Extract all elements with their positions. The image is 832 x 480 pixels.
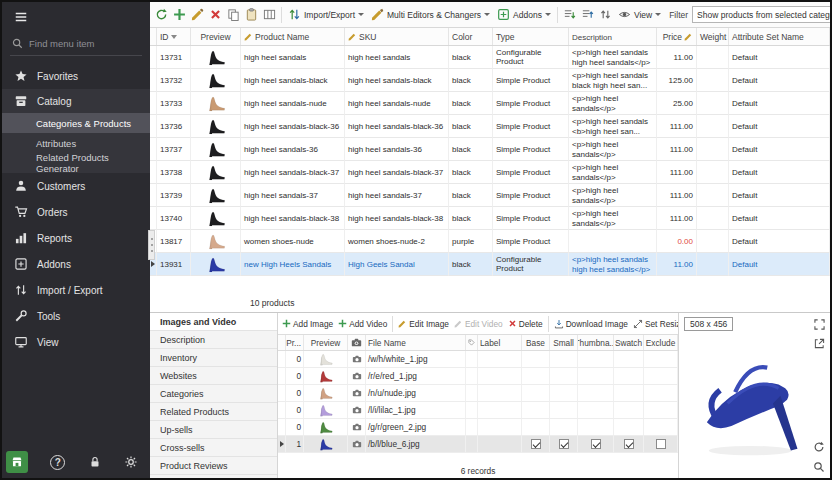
column-header-tag[interactable] (466, 335, 478, 350)
sidebar-item-categories-products[interactable]: Categories & Products (2, 113, 150, 133)
sidebar-item-reports[interactable]: Reports (2, 225, 150, 251)
panel-splitter-handle[interactable] (148, 230, 155, 260)
table-row[interactable]: 13817 women shoes-nude women shoes-nude-… (150, 230, 830, 253)
sidebar-item-catalog[interactable]: Catalog (2, 89, 150, 113)
copy-button[interactable] (225, 6, 242, 24)
sidebar-search[interactable] (10, 32, 142, 56)
preview-zoom-button[interactable] (812, 460, 826, 474)
column-header-price[interactable]: Price (657, 28, 697, 45)
column-header-id[interactable]: ID (157, 28, 191, 45)
sidebar-item-favorites[interactable]: Favorites (2, 63, 150, 89)
sidebar-item-view[interactable]: View (2, 329, 150, 355)
edit-image-button[interactable]: Edit Image (396, 318, 451, 330)
column-label: Thumbna... (578, 338, 614, 348)
column-header-swatch[interactable]: Swatch (614, 335, 644, 350)
tab-related-products[interactable]: Related Products (150, 403, 277, 421)
tab-product-reviews[interactable]: Product Reviews (150, 457, 277, 475)
column-header-product-name[interactable]: Product Name (241, 28, 345, 45)
column-header-preview[interactable]: Preview (191, 28, 241, 45)
lock-icon[interactable] (88, 455, 102, 469)
image-row[interactable]: 0 /n/u/nude.jpg (278, 385, 678, 402)
tab-inventory[interactable]: Inventory (150, 349, 277, 367)
bar-chart-icon (14, 231, 28, 245)
download-image-button[interactable]: Download Image (552, 318, 630, 330)
tab-categories[interactable]: Categories (150, 385, 277, 403)
sort-button[interactable] (597, 6, 614, 24)
columns-button[interactable] (261, 6, 278, 24)
edit-product-button[interactable] (189, 6, 206, 24)
table-row-selected[interactable]: 13931 new High Heels Sandals High Geels … (150, 253, 830, 276)
preview-refresh-button[interactable] (812, 440, 826, 454)
column-header-file-name[interactable]: File Name (366, 335, 466, 350)
image-row[interactable]: 0 /l/i/lilac_1.jpg (278, 402, 678, 419)
filter-select[interactable]: Show products from selected categories (692, 6, 830, 23)
table-row[interactable]: 13740 high heel sandals-black-38 high he… (150, 207, 830, 230)
sidebar-item-attributes[interactable]: Attributes (2, 133, 150, 153)
sidebar-item-tools[interactable]: Tools (2, 303, 150, 329)
image-row[interactable]: 0 /r/e/red_1.jpg (278, 368, 678, 385)
multi-editors-menu-button[interactable]: Multi Editors & Changers (368, 6, 493, 23)
table-row[interactable]: 13732 high heel sandals-black high heel … (150, 69, 830, 92)
column-header-priority[interactable]: Pr... (286, 335, 304, 350)
small-checkbox[interactable] (559, 439, 569, 449)
table-row[interactable]: 13738 high heel sandals-black-37 high he… (150, 161, 830, 184)
store-button[interactable] (6, 451, 28, 473)
table-row[interactable]: 13736 high heel sandals-black-36 high he… (150, 115, 830, 138)
sidebar-item-orders[interactable]: Orders (2, 199, 150, 225)
sidebar-item-customers[interactable]: Customers (2, 173, 150, 199)
sidebar-item-import-export[interactable]: Import / Export (2, 277, 150, 303)
open-external-button[interactable] (812, 336, 826, 350)
delete-product-button[interactable] (207, 6, 224, 24)
image-row-selected[interactable]: 1 /b/l/blue_6.jpg (278, 436, 678, 453)
table-row[interactable]: 13739 high heel sandals-37 high heel san… (150, 184, 830, 207)
tab-cross-sells[interactable]: Cross-sells (150, 439, 277, 457)
column-header-color[interactable]: Color (449, 28, 493, 45)
column-header-type[interactable]: Type (493, 28, 569, 45)
help-button[interactable]: ? (50, 455, 65, 470)
thumbnail-checkbox[interactable] (591, 439, 601, 449)
tab-websites[interactable]: Websites (150, 367, 277, 385)
list-collapse-icon (581, 8, 594, 21)
fullscreen-button[interactable] (812, 317, 826, 331)
view-menu-button[interactable]: View (615, 6, 664, 23)
refresh-button[interactable] (153, 6, 170, 24)
expand-all-button[interactable] (561, 6, 578, 24)
swatch-checkbox[interactable] (624, 439, 634, 449)
column-header-base[interactable]: Base (522, 335, 550, 350)
column-header-exclude[interactable]: Exclude (644, 335, 678, 350)
column-header-thumbnail[interactable]: Thumbna... (578, 335, 614, 350)
column-header-label[interactable]: Label (478, 335, 522, 350)
addons-menu-button[interactable]: Addons (494, 6, 554, 23)
column-header-image-preview[interactable]: Preview (304, 335, 348, 350)
delete-image-button[interactable]: Delete (506, 318, 545, 330)
add-image-button[interactable]: Add Image (280, 318, 335, 330)
sidebar-search-input[interactable] (29, 38, 133, 49)
column-header-attribute-set[interactable]: Attribute Set Name (729, 28, 830, 45)
hamburger-menu-icon[interactable] (14, 10, 28, 24)
image-row[interactable]: 0 /w/h/white_1.jpg (278, 351, 678, 368)
column-header-small[interactable]: Small (550, 335, 578, 350)
image-row[interactable]: 0 /g/r/green_2.jpg (278, 419, 678, 436)
exclude-checkbox[interactable] (656, 439, 666, 449)
table-row[interactable]: 13733 high heel sandals-nude high heel s… (150, 92, 830, 115)
collapse-all-button[interactable] (579, 6, 596, 24)
table-row[interactable]: 13737 high heel sandals-36 high heel san… (150, 138, 830, 161)
tab-up-sells[interactable]: Up-sells (150, 421, 277, 439)
add-product-button[interactable] (171, 6, 188, 24)
column-header-sku[interactable]: SKU (345, 28, 449, 45)
product-image[interactable] (687, 331, 822, 472)
sidebar-item-addons[interactable]: Addons (2, 251, 150, 277)
tab-images-and-video[interactable]: Images and Video (150, 313, 277, 331)
import-export-menu-button[interactable]: Import/Export (285, 6, 367, 23)
settings-gear-icon[interactable] (124, 455, 138, 469)
add-video-button[interactable]: Add Video (336, 318, 389, 330)
table-row[interactable]: 13731 high heel sandals high heel sandal… (150, 46, 830, 69)
column-header-description[interactable]: Description (569, 28, 657, 45)
sidebar-item-related-products-generator[interactable]: Related Products Generator (2, 153, 150, 173)
set-resize-rule-button[interactable]: Set Resize Rule (631, 318, 678, 330)
base-checkbox[interactable] (531, 439, 541, 449)
column-header-camera[interactable] (348, 335, 366, 350)
tab-description[interactable]: Description (150, 331, 277, 349)
column-header-weight[interactable]: Weight (697, 28, 729, 45)
paste-button[interactable] (243, 6, 260, 24)
